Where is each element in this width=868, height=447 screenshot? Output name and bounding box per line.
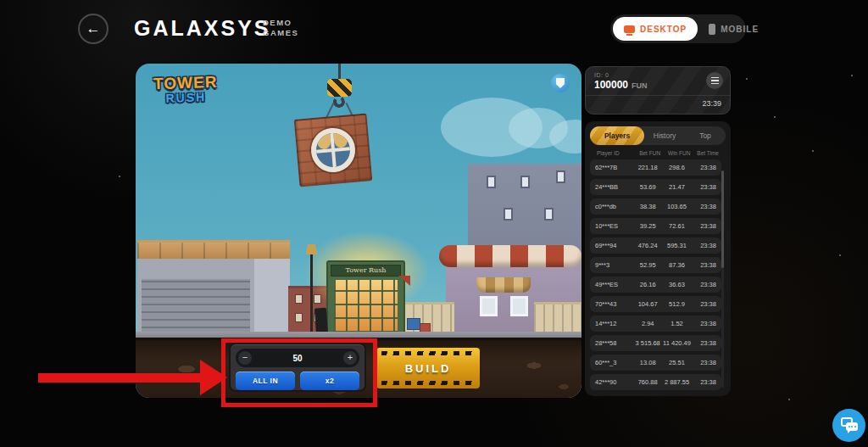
cell-bet-fun: 760.88 bbox=[634, 378, 662, 386]
star-decoration bbox=[119, 176, 120, 177]
table-row: 70***43 104.67 512.9 23:38 bbox=[590, 296, 721, 312]
cell-bet-time: 23:38 bbox=[692, 222, 716, 230]
cell-bet-fun: 221.18 bbox=[634, 164, 662, 171]
cell-win-fun: 2 887.55 bbox=[662, 378, 693, 386]
cell-player-id: 70***43 bbox=[595, 300, 634, 308]
cell-bet-fun: 26.16 bbox=[634, 281, 662, 288]
table-row: 62***7B 221.18 298.6 23:38 bbox=[590, 159, 721, 176]
cell-bet-time: 23:38 bbox=[692, 203, 716, 210]
cell-bet-fun: 104.67 bbox=[634, 300, 662, 308]
cell-player-id: 69***94 bbox=[595, 242, 634, 249]
clock-time: 23:39 bbox=[586, 95, 730, 108]
view-mode-toggle: DESKTOP MOBILE bbox=[610, 14, 746, 43]
garage-door bbox=[142, 279, 250, 336]
cell-bet-fun: 53.69 bbox=[634, 183, 662, 191]
table-body: 62***7B 221.18 298.6 23:38 24***BB 53.69… bbox=[590, 159, 726, 390]
annotation-arrow-head bbox=[200, 360, 227, 395]
cell-win-fun: 595.31 bbox=[662, 242, 693, 249]
cell-bet-time: 23:38 bbox=[692, 339, 716, 347]
cell-win-fun: 512.9 bbox=[662, 300, 693, 308]
striped-awning bbox=[439, 245, 581, 267]
live-chat-button[interactable] bbox=[832, 409, 865, 442]
shop-windows bbox=[334, 280, 398, 332]
annotation-arrow bbox=[38, 373, 201, 383]
cell-bet-time: 23:38 bbox=[692, 281, 716, 288]
toggle-desktop[interactable]: DESKTOP bbox=[613, 17, 698, 41]
cell-bet-time: 23:38 bbox=[692, 164, 716, 171]
annotation-highlight-box bbox=[221, 338, 377, 407]
cell-win-fun: 72.61 bbox=[662, 222, 693, 230]
cell-bet-time: 23:38 bbox=[692, 320, 716, 327]
cell-bet-time: 23:38 bbox=[692, 261, 716, 269]
shop-sign: Tower Rush bbox=[331, 265, 401, 277]
scrollbar-thumb[interactable] bbox=[721, 170, 724, 268]
cell-win-fun: 1.52 bbox=[662, 320, 693, 327]
game-logo: TOWER RUSH bbox=[147, 72, 224, 105]
cell-bet-fun: 52.95 bbox=[634, 261, 662, 269]
cell-win-fun: 25.51 bbox=[662, 359, 693, 366]
cell-player-id: 60***_3 bbox=[595, 359, 634, 366]
cell-bet-fun: 3 515.68 bbox=[634, 339, 662, 347]
building-window bbox=[480, 296, 498, 316]
monitor-icon bbox=[624, 25, 635, 33]
provably-fair-icon[interactable] bbox=[551, 74, 570, 92]
table-row: 24***BB 53.69 21.47 23:38 bbox=[590, 179, 721, 195]
balance-currency: FUN bbox=[632, 81, 648, 90]
star-decoration bbox=[839, 254, 841, 256]
blue-crate bbox=[407, 318, 420, 330]
table-row: 60***_3 13.08 25.51 23:38 bbox=[590, 355, 721, 371]
cell-bet-time: 23:38 bbox=[692, 378, 716, 386]
table-row: 69***94 476.24 595.31 23:38 bbox=[590, 237, 721, 254]
table-scrollbar bbox=[721, 170, 724, 388]
star-decoration bbox=[746, 78, 748, 80]
cell-player-id: 14***12 bbox=[595, 320, 634, 327]
tab-top[interactable]: Top bbox=[685, 131, 726, 140]
cell-player-id: 24***BB bbox=[595, 183, 634, 191]
star-decoration bbox=[851, 75, 853, 76]
tab-players[interactable]: Players bbox=[590, 126, 644, 145]
app-background: ← GALAXSYS DEMO GAMES DESKTOP MOBILE ID:… bbox=[0, 0, 868, 447]
toggle-mobile[interactable]: MOBILE bbox=[698, 17, 770, 41]
panel-tabs: Players History Top bbox=[590, 126, 726, 145]
page-subtitle: DEMO GAMES bbox=[263, 18, 298, 38]
cell-bet-time: 23:38 bbox=[692, 183, 716, 191]
brand-logo: GALAXSYS bbox=[134, 16, 271, 41]
table-row: 9***3 52.95 87.36 23:38 bbox=[590, 257, 721, 273]
back-arrow-icon: ← bbox=[86, 20, 101, 37]
cell-win-fun: 36.63 bbox=[662, 281, 693, 288]
warehouse-building bbox=[137, 240, 290, 338]
tab-history[interactable]: History bbox=[644, 131, 685, 140]
table-header: Player ID Bet FUN Win FUN Bet Time bbox=[590, 145, 726, 159]
tower-rush-shop: Tower Rush bbox=[326, 260, 405, 338]
cell-player-id: 49***ES bbox=[595, 281, 634, 288]
table-row: 14***12 2.94 1.52 23:38 bbox=[590, 316, 721, 332]
cell-bet-fun: 13.08 bbox=[634, 359, 662, 366]
star-decoration bbox=[812, 150, 814, 152]
back-button[interactable]: ← bbox=[78, 14, 108, 44]
cell-player-id: 28***58 bbox=[595, 339, 634, 347]
cell-win-fun: 298.6 bbox=[662, 164, 693, 171]
phone-icon bbox=[709, 24, 715, 35]
player-id-label: ID: 0 bbox=[594, 72, 721, 78]
balance-card: ID: 0 100000 FUN 23:39 bbox=[585, 66, 731, 115]
players-panel: Players History Top Player ID Bet FUN Wi… bbox=[585, 121, 731, 396]
shield-icon bbox=[556, 78, 565, 88]
table-row: 10***ES 39.25 72.61 23:38 bbox=[590, 218, 721, 234]
cell-win-fun: 11 420.49 bbox=[662, 339, 693, 347]
cell-bet-fun: 39.25 bbox=[634, 222, 662, 230]
build-button[interactable]: BUILD bbox=[375, 346, 481, 390]
cell-bet-time: 23:38 bbox=[692, 242, 716, 249]
table-row: 42***90 760.88 2 887.55 23:38 bbox=[590, 374, 721, 390]
cell-bet-time: 23:38 bbox=[692, 359, 716, 366]
menu-icon[interactable] bbox=[706, 72, 723, 89]
cell-win-fun: 21.47 bbox=[662, 183, 693, 191]
table-row: 49***ES 26.16 36.63 23:38 bbox=[590, 277, 721, 293]
cell-player-id: 9***3 bbox=[595, 261, 634, 269]
shop-awning bbox=[398, 276, 410, 286]
window-awning bbox=[476, 277, 531, 293]
street-lamp bbox=[310, 254, 313, 338]
balance-amount: 100000 bbox=[594, 79, 628, 91]
cell-bet-fun: 38.38 bbox=[634, 203, 662, 210]
cell-player-id: 10***ES bbox=[595, 222, 634, 230]
cell-player-id: 62***7B bbox=[595, 164, 634, 171]
